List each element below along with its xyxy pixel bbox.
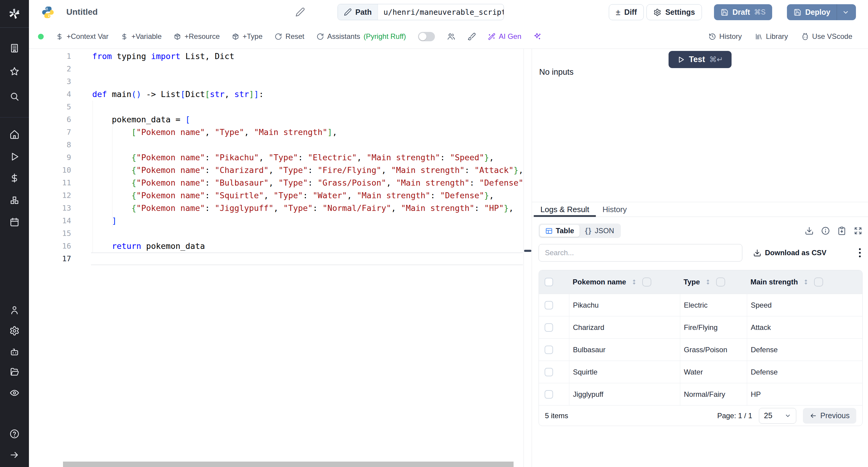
table-row: BulbasaurGrass/PoisonDefense — [539, 338, 862, 361]
tab-history[interactable]: History — [596, 202, 633, 217]
path-field[interactable]: Path u/henri/maneuverable_script — [338, 4, 504, 20]
divider-drag-handle[interactable] — [524, 250, 531, 252]
ai-gen-button[interactable]: AI Gen — [488, 32, 521, 41]
resources-cubes-icon[interactable] — [9, 195, 20, 206]
format-brush-icon[interactable] — [467, 32, 476, 41]
code-line[interactable]: 6 pokemon_data = [ — [29, 113, 524, 126]
collapse-arrow-icon[interactable] — [9, 450, 20, 460]
code-line[interactable]: 1from typing import List, Dict — [29, 50, 524, 63]
code-line[interactable]: 15 — [29, 227, 524, 240]
edit-title-pencil-icon[interactable] — [296, 7, 305, 17]
info-icon[interactable] — [821, 226, 830, 235]
previous-page-button[interactable]: Previous — [803, 408, 856, 424]
assistants-status: (Pyright Ruff) — [364, 32, 406, 41]
audit-eye-icon[interactable] — [9, 388, 20, 398]
code-line[interactable]: 17 — [29, 252, 524, 265]
draft-button[interactable]: Draft ⌘S — [714, 4, 772, 20]
help-icon[interactable] — [9, 429, 20, 439]
sparkles-icon[interactable] — [533, 32, 542, 41]
code-line[interactable]: 4def main() -> List[Dict[str, str]]: — [29, 88, 524, 101]
view-toggle-json[interactable]: {} JSON — [580, 225, 620, 237]
code-line[interactable]: 9 {"Pokemon name": "Pikachu", "Type": "E… — [29, 151, 524, 164]
code-line[interactable]: 14 ] — [29, 215, 524, 227]
code-editor[interactable]: 1from typing import List, Dict234def mai… — [29, 49, 524, 467]
workers-robot-icon[interactable] — [9, 347, 20, 357]
chevron-down-icon — [784, 412, 791, 419]
expand-icon[interactable] — [854, 226, 863, 235]
schedules-calendar-icon[interactable] — [9, 217, 20, 227]
dark-mode-toggle[interactable] — [418, 32, 435, 41]
home-icon[interactable] — [9, 129, 20, 139]
result-search-input[interactable] — [538, 244, 742, 261]
row-checkbox[interactable] — [545, 368, 553, 376]
reset-button[interactable]: Reset — [275, 32, 304, 41]
code-text: pokemon_data = [ — [92, 113, 190, 126]
code-line[interactable]: 7 ["Pokemon name", "Type", "Main strengt… — [29, 126, 524, 138]
code-line[interactable]: 10 {"Pokemon name": "Charizard", "Type":… — [29, 164, 524, 177]
view-toggle-table[interactable]: Table — [540, 225, 580, 237]
code-area[interactable]: 1from typing import List, Dict234def mai… — [29, 49, 524, 265]
horizontal-scrollbar[interactable] — [63, 462, 514, 467]
sort-icon[interactable] — [705, 279, 711, 285]
run-panel: Test ⌘↵ No inputs Logs & Result History … — [532, 49, 868, 467]
code-line[interactable]: 13 {"Pokemon name": "Jigglypuff", "Type"… — [29, 202, 524, 215]
sort-icon[interactable] — [631, 279, 638, 285]
user-icon[interactable] — [9, 305, 20, 315]
page-size-select[interactable]: 25 — [759, 408, 796, 424]
table-cell: Jigglypuff — [569, 383, 680, 405]
code-line[interactable]: 16 return pokemon_data — [29, 240, 524, 252]
settings-button[interactable]: Settings — [647, 4, 702, 20]
wand-icon — [488, 33, 495, 40]
library-button[interactable]: Library — [755, 32, 788, 41]
workspace-building-icon[interactable] — [9, 43, 20, 53]
line-number: 5 — [29, 101, 71, 113]
line-number: 2 — [29, 63, 71, 75]
runs-play-icon[interactable] — [9, 152, 20, 162]
sort-icon[interactable] — [803, 279, 809, 285]
add-variable-button[interactable]: +Variable — [121, 32, 161, 41]
add-resource-button[interactable]: +Resource — [174, 32, 220, 41]
column-filter-checkbox[interactable] — [814, 278, 823, 286]
assistants-button[interactable]: Assistants (Pyright Ruff) — [316, 32, 406, 41]
test-shortcut: ⌘↵ — [709, 55, 723, 64]
path-value[interactable]: u/henri/maneuverable_script — [378, 4, 504, 20]
test-button[interactable]: Test ⌘↵ — [669, 51, 732, 68]
code-line[interactable]: 12 {"Pokemon name": "Squirtle", "Type": … — [29, 189, 524, 202]
table-options-kebab-icon[interactable] — [857, 246, 863, 259]
add-context-var-button[interactable]: +Context Var — [56, 32, 108, 41]
row-checkbox[interactable] — [545, 323, 553, 332]
deploy-button[interactable]: Deploy — [787, 4, 856, 20]
tab-logs-and-result[interactable]: Logs & Result — [534, 202, 596, 217]
code-line[interactable]: 8 — [29, 138, 524, 151]
code-line[interactable]: 11 {"Pokemon name": "Bulbasaur", "Type":… — [29, 177, 524, 189]
pane-divider[interactable] — [524, 49, 532, 467]
code-line[interactable]: 2 — [29, 63, 524, 75]
favorites-star-icon[interactable] — [9, 66, 20, 76]
variables-dollar-icon[interactable] — [9, 173, 20, 183]
add-type-button[interactable]: +Type — [232, 32, 262, 41]
row-checkbox[interactable] — [545, 301, 553, 309]
copy-to-clipboard-icon[interactable] — [837, 226, 846, 235]
save-icon — [794, 8, 801, 16]
download-csv-button[interactable]: Download as CSV — [753, 249, 827, 257]
diff-button[interactable]: ± Diff — [609, 4, 644, 20]
chevron-down-icon[interactable] — [842, 9, 849, 16]
save-icon — [721, 8, 728, 16]
code-line[interactable]: 5 — [29, 101, 524, 113]
braces-icon: {} — [585, 226, 592, 235]
select-all-checkbox[interactable] — [545, 278, 553, 286]
download-result-icon[interactable] — [805, 226, 814, 235]
table-row: SquirtleWaterDefense — [539, 361, 862, 383]
history-button[interactable]: History — [709, 32, 742, 41]
row-checkbox[interactable] — [545, 346, 553, 354]
windmill-logo[interactable] — [0, 0, 29, 28]
multiplayer-users-icon[interactable] — [447, 32, 456, 41]
column-filter-checkbox[interactable] — [642, 278, 651, 286]
settings-gear-icon[interactable] — [9, 326, 20, 336]
search-icon[interactable] — [9, 91, 20, 101]
folders-icon[interactable] — [9, 367, 20, 377]
row-checkbox[interactable] — [545, 390, 553, 399]
code-line[interactable]: 3 — [29, 75, 524, 88]
use-vscode-button[interactable]: Use VScode — [801, 32, 852, 41]
column-filter-checkbox[interactable] — [716, 278, 725, 286]
